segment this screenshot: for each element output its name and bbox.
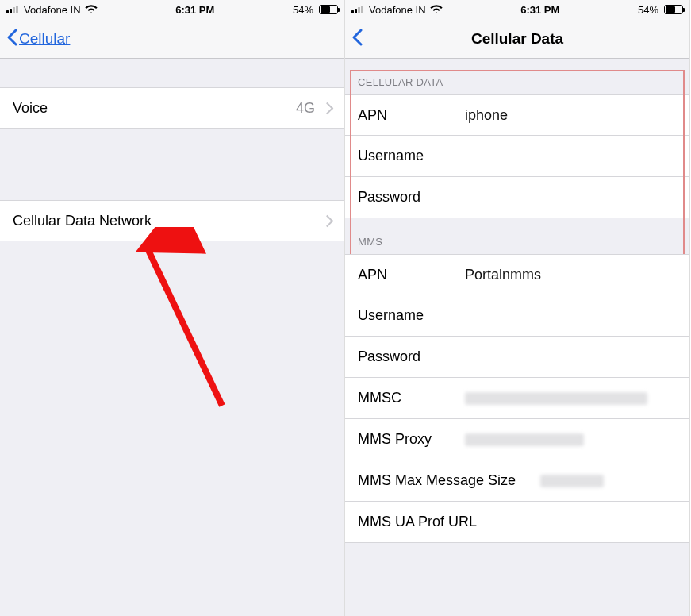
- row-mms-apn-label: APN: [358, 267, 465, 283]
- svg-line-0: [147, 247, 222, 406]
- row-voice-value: 4G: [296, 100, 315, 117]
- section-header-cellular-data: CELLULAR DATA: [345, 59, 689, 94]
- row-mms-proxy-label: MMS Proxy: [358, 431, 465, 448]
- wifi-icon: [430, 3, 443, 16]
- status-bar: Vodafone IN 6:31 PM 54%: [345, 0, 689, 19]
- row-cd-username-label: Username: [358, 148, 465, 164]
- row-mms-max-size-value-redacted: [540, 475, 604, 487]
- row-cellular-data-network[interactable]: Cellular Data Network: [0, 200, 344, 241]
- row-mms-ua-prof-label: MMS UA Prof URL: [358, 514, 677, 530]
- wifi-icon: [85, 3, 98, 16]
- row-cd-password[interactable]: Password: [345, 177, 689, 218]
- row-mms-mmsc[interactable]: MMSC: [345, 378, 689, 419]
- battery-pct-label: 54%: [638, 4, 658, 16]
- page-title: Cellular Data: [345, 30, 689, 48]
- back-chevron-icon[interactable]: [6, 28, 19, 50]
- back-button[interactable]: Cellular: [19, 30, 70, 48]
- status-bar: Vodafone IN 6:31 PM 54%: [0, 0, 344, 19]
- row-mms-password[interactable]: Password: [345, 337, 689, 378]
- row-cd-apn[interactable]: APN iphone: [345, 94, 689, 136]
- row-mms-max-size[interactable]: MMS Max Message Size: [345, 460, 689, 502]
- clock-label: 6:31 PM: [175, 4, 214, 16]
- row-mms-mmsc-value-redacted: [465, 392, 647, 405]
- row-cd-apn-value[interactable]: iphone: [465, 107, 508, 124]
- row-mms-username[interactable]: Username: [345, 295, 689, 337]
- row-voice[interactable]: Voice 4G: [0, 87, 344, 129]
- clock-label: 6:31 PM: [520, 4, 559, 16]
- row-cd-password-label: Password: [358, 189, 465, 206]
- battery-icon: [317, 5, 338, 14]
- row-cdn-label: Cellular Data Network: [13, 213, 320, 229]
- battery-icon: [662, 5, 683, 14]
- row-cd-username[interactable]: Username: [345, 136, 689, 177]
- row-mms-password-label: Password: [358, 348, 465, 365]
- carrier-label: Vodafone IN: [24, 4, 81, 16]
- row-cd-apn-label: APN: [358, 107, 465, 124]
- row-mms-mmsc-label: MMSC: [358, 390, 465, 406]
- annotation-arrow-icon: [87, 227, 238, 421]
- row-mms-apn-value[interactable]: Portalnmms: [465, 267, 541, 283]
- row-mms-username-label: Username: [358, 307, 465, 324]
- signal-icon: [6, 6, 18, 13]
- right-screenshot: Vodafone IN 6:31 PM 54% Cellular Data CE…: [345, 0, 690, 616]
- signal-icon: [351, 6, 363, 13]
- row-voice-label: Voice: [13, 100, 120, 117]
- section-header-mms: MMS: [345, 218, 689, 254]
- navbar: Cellular Data: [345, 19, 689, 59]
- left-screenshot: Vodafone IN 6:31 PM 54% Cellular Voice 4…: [0, 0, 345, 616]
- back-chevron-icon[interactable]: [351, 28, 364, 50]
- carrier-label: Vodafone IN: [369, 4, 426, 16]
- row-mms-max-size-label: MMS Max Message Size: [358, 472, 540, 489]
- row-mms-proxy[interactable]: MMS Proxy: [345, 419, 689, 460]
- battery-pct-label: 54%: [293, 4, 313, 16]
- row-mms-ua-prof[interactable]: MMS UA Prof URL: [345, 502, 689, 543]
- row-mms-apn[interactable]: APN Portalnmms: [345, 254, 689, 295]
- navbar: Cellular: [0, 19, 344, 59]
- row-mms-proxy-value-redacted: [465, 433, 584, 446]
